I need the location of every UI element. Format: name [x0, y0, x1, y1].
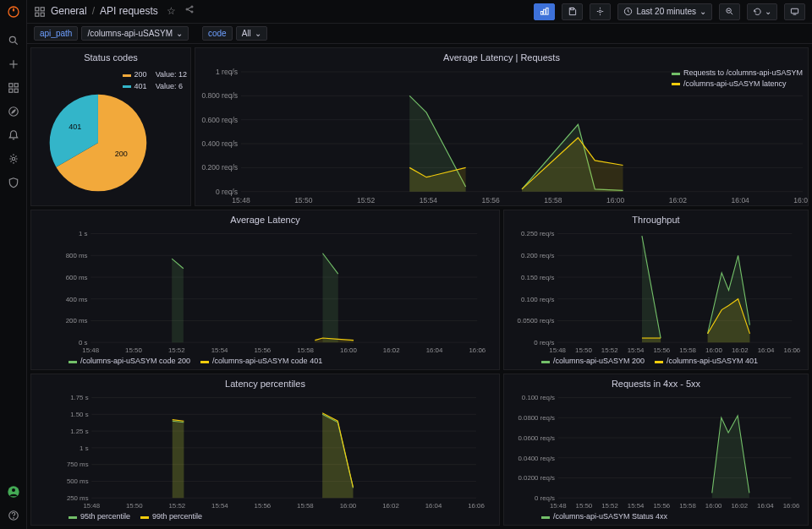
svg-rect-18: [36, 13, 39, 16]
svg-text:0 req/s: 0 req/s: [216, 188, 238, 196]
svg-text:500 ms: 500 ms: [67, 478, 89, 486]
svg-text:200 ms: 200 ms: [66, 318, 88, 325]
svg-point-11: [12, 157, 15, 161]
svg-text:1.25 s: 1.25 s: [70, 428, 88, 435]
svg-text:0.800 req/s: 0.800 req/s: [201, 92, 238, 101]
line-chart[interactable]: 0 s200 ms400 ms600 ms800 ms1 s15:4815:50…: [31, 229, 499, 355]
time-picker[interactable]: Last 20 minutes⌄: [617, 3, 712, 20]
svg-text:800 ms: 800 ms: [66, 252, 88, 259]
svg-rect-34: [791, 8, 798, 13]
svg-text:15:52: 15:52: [357, 196, 376, 205]
svg-text:0.200 req/s: 0.200 req/s: [201, 164, 238, 172]
svg-text:0.100 req/s: 0.100 req/s: [521, 296, 554, 303]
svg-text:1.50 s: 1.50 s: [70, 411, 88, 418]
page-title[interactable]: API requests: [100, 5, 158, 19]
chevron-down-icon: ⌄: [700, 6, 706, 17]
svg-text:15:54: 15:54: [628, 347, 645, 355]
search-icon[interactable]: [7, 34, 20, 47]
gear-icon[interactable]: [7, 152, 20, 166]
explore-icon[interactable]: [7, 105, 20, 118]
zoom-out-button[interactable]: [719, 3, 740, 20]
panel-title: Status codes: [31, 48, 190, 67]
svg-text:16:06: 16:06: [784, 347, 801, 355]
svg-text:0.0200 req/s: 0.0200 req/s: [518, 475, 556, 483]
svg-line-32: [731, 13, 732, 14]
svg-rect-19: [41, 13, 44, 16]
svg-text:0.100 req/s: 0.100 req/s: [522, 395, 555, 402]
svg-rect-8: [14, 89, 18, 92]
save-button[interactable]: [562, 3, 583, 20]
legend: /columns-api-uSASYM Status 4xx: [504, 510, 808, 525]
svg-text:15:50: 15:50: [575, 347, 592, 355]
svg-text:0 req/s: 0 req/s: [535, 494, 555, 502]
grafana-logo-icon[interactable]: [7, 5, 20, 24]
avatar[interactable]: [7, 485, 20, 499]
svg-text:16:02: 16:02: [732, 347, 749, 355]
svg-point-29: [600, 10, 602, 13]
legend: /columns-api-uSASYM code 200/columns-api…: [31, 355, 499, 369]
star-icon[interactable]: ☆: [167, 5, 176, 19]
svg-rect-25: [541, 12, 543, 15]
svg-text:15:50: 15:50: [294, 196, 313, 205]
panel-requests-4xx-5xx: Requests in 4xx - 5xx 0 req/s0.0200 req/…: [503, 374, 809, 526]
breadcrumb-folder[interactable]: General: [51, 5, 87, 19]
svg-line-2: [14, 42, 17, 45]
svg-text:16:06: 16:06: [468, 503, 485, 510]
svg-rect-7: [8, 89, 12, 92]
panel-title: Throughput: [504, 210, 808, 229]
svg-rect-5: [8, 84, 12, 87]
line-chart[interactable]: 0 req/s0.0500 req/s0.100 req/s0.150 req/…: [504, 229, 808, 355]
svg-text:16:04: 16:04: [425, 503, 442, 510]
svg-text:16:00: 16:00: [705, 347, 722, 355]
var-value-code[interactable]: All⌄: [236, 26, 267, 41]
svg-text:15:50: 15:50: [125, 347, 142, 355]
svg-text:15:54: 15:54: [211, 503, 228, 510]
svg-text:0 req/s: 0 req/s: [534, 339, 554, 346]
svg-rect-27: [546, 8, 548, 14]
svg-text:15:56: 15:56: [254, 347, 271, 355]
dashboards-icon[interactable]: [7, 81, 20, 95]
svg-text:0.200 req/s: 0.200 req/s: [521, 252, 554, 259]
svg-text:15:54: 15:54: [420, 196, 438, 205]
panel-average-latency: Average Latency 0 s200 ms400 ms600 ms800…: [30, 210, 500, 370]
svg-point-1: [9, 36, 15, 42]
svg-text:1 s: 1 s: [80, 444, 89, 452]
svg-point-21: [191, 6, 193, 8]
svg-text:750 ms: 750 ms: [67, 461, 89, 469]
share-icon[interactable]: [184, 4, 195, 19]
svg-point-20: [186, 8, 188, 10]
svg-text:16:00: 16:00: [606, 196, 625, 205]
panel-avg-latency-requests: Average Latency | Requests 0 req/s0.200 …: [195, 47, 809, 206]
settings-button[interactable]: [590, 3, 611, 20]
svg-text:15:54: 15:54: [628, 503, 645, 510]
svg-text:16:00: 16:00: [705, 503, 722, 510]
svg-text:16:06: 16:06: [793, 196, 808, 205]
chevron-down-icon: ⌄: [765, 6, 771, 17]
svg-text:15:54: 15:54: [211, 347, 228, 355]
svg-text:0.0800 req/s: 0.0800 req/s: [518, 414, 556, 422]
svg-point-15: [13, 518, 14, 519]
legend: /columns-api-uSASYM 200/columns-api-uSAS…: [504, 355, 808, 369]
alerting-icon[interactable]: [7, 128, 20, 142]
svg-rect-16: [36, 7, 39, 10]
svg-rect-26: [544, 9, 546, 14]
svg-text:16:00: 16:00: [340, 503, 357, 510]
tv-mode-button[interactable]: [784, 3, 805, 20]
panel-latency-percentiles: Latency percentiles 250 ms500 ms750 ms1 …: [30, 374, 500, 526]
line-chart[interactable]: 0 req/s0.0200 req/s0.0400 req/s0.0600 re…: [504, 393, 808, 510]
svg-text:15:48: 15:48: [82, 347, 99, 355]
var-value-api-path[interactable]: /columns-api-uSASYM⌄: [81, 26, 189, 41]
svg-text:15:58: 15:58: [297, 347, 314, 355]
svg-text:15:48: 15:48: [232, 196, 250, 205]
svg-text:15:48: 15:48: [549, 347, 566, 355]
plus-icon[interactable]: [7, 57, 20, 71]
shield-icon[interactable]: [7, 176, 20, 189]
line-chart[interactable]: 250 ms500 ms750 ms1 s1.25 s1.50 s1.75 s1…: [31, 393, 499, 510]
svg-text:1.75 s: 1.75 s: [70, 395, 88, 402]
help-icon[interactable]: [7, 509, 20, 522]
refresh-button[interactable]: ⌄: [747, 3, 777, 20]
svg-text:0.400 req/s: 0.400 req/s: [201, 139, 238, 148]
svg-rect-6: [14, 84, 18, 87]
svg-text:16:02: 16:02: [382, 503, 399, 510]
add-panel-button[interactable]: [534, 3, 555, 20]
